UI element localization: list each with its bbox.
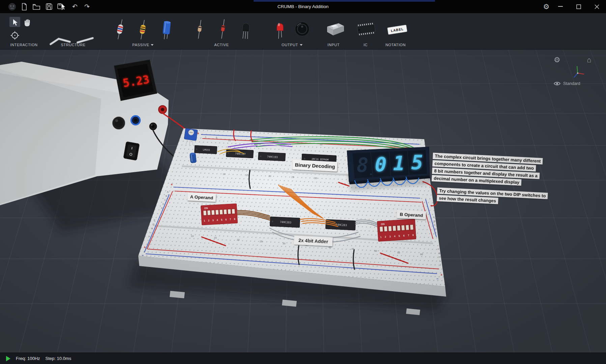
orbit-tool-button[interactable] [10, 31, 19, 40]
svg-text:30: 30 [314, 177, 317, 180]
display-digit-ones: 5 [411, 151, 423, 174]
plate-adder[interactable]: 2x 4bit Adder [294, 236, 333, 246]
svg-text:B: B [166, 194, 167, 198]
svg-text:A: A [167, 190, 169, 193]
resistor-yellow-icon[interactable] [137, 19, 148, 40]
buzzer-icon[interactable] [294, 21, 310, 37]
annotation-note-1[interactable]: The complex circuit brings together many… [432, 153, 543, 188]
svg-text:74HC193: 74HC193 [267, 155, 278, 159]
transistor-icon[interactable] [241, 19, 251, 39]
svg-text:H: H [439, 255, 440, 259]
svg-text:−: − [436, 277, 438, 281]
svg-text:LM555: LM555 [203, 149, 210, 152]
svg-text:B: B [434, 220, 435, 223]
group-label-input: INPUT [327, 43, 340, 47]
group-label-structure: STRUCTURE [61, 43, 85, 47]
svg-text:A: A [433, 216, 435, 219]
undo-button[interactable]: ↶ [70, 0, 80, 13]
open-file-button[interactable] [31, 0, 41, 13]
titlebar: CRUMB - Binary Addition ↶ ↷ ⚙ [0, 0, 606, 13]
psu-positive-jack[interactable] [158, 105, 167, 114]
group-label-active: ACTIVE [214, 43, 229, 47]
svg-text:G: G [438, 252, 440, 255]
svg-text:60: 60 [420, 253, 423, 256]
select-tool-button[interactable] [9, 17, 20, 27]
titlebar-accent [254, 0, 435, 2]
status-bar: Freq: 100Hz Step: 10.0ms [0, 353, 606, 364]
svg-text:E: E [435, 231, 437, 234]
plate-a-operand[interactable]: A Operand [187, 192, 216, 202]
svg-text:74HC283: 74HC283 [280, 220, 291, 224]
svg-text:20: 20 [268, 175, 271, 178]
play-simulation-button[interactable] [6, 356, 10, 361]
ic-74hc107[interactable]: 74HC107 [226, 149, 254, 158]
view-mode-control[interactable]: Standard [554, 81, 580, 86]
ic-74hc193[interactable]: 74HC193 [258, 152, 286, 161]
eye-icon [554, 81, 560, 86]
save-button[interactable] [44, 0, 54, 13]
dropdown-caret-icon [151, 44, 154, 46]
dropdown-caret-icon [300, 44, 302, 46]
new-file-button[interactable] [20, 0, 29, 13]
settings-gear-button[interactable]: ⚙ [541, 0, 552, 13]
svg-text:25: 25 [260, 240, 262, 243]
svg-text:+: + [144, 245, 146, 249]
svg-text:F: F [154, 219, 155, 222]
switch-icon[interactable] [326, 21, 345, 36]
svg-text:10: 10 [228, 139, 231, 142]
mouse-cursor-icon [61, 3, 67, 11]
home-view-button[interactable]: ⌂ [587, 56, 591, 64]
svg-text:5: 5 [216, 136, 217, 139]
viewport-canvas[interactable]: 5.23 [0, 50, 606, 353]
svg-text:D: D [163, 203, 165, 206]
dip-switch-b[interactable]: ON 1 2 3 4 5 6 7 8 [377, 219, 416, 242]
capacitor-icon[interactable] [162, 19, 172, 40]
svg-text:G: G [152, 223, 154, 226]
dip-b-on-label: ON [381, 222, 385, 226]
svg-text:50: 50 [374, 249, 377, 252]
close-button[interactable] [590, 0, 604, 13]
psu-negative-jack[interactable] [149, 123, 157, 130]
svg-text:15: 15 [246, 174, 248, 177]
crumb-window: CRUMB - Binary Addition ↶ ↷ ⚙ [0, 0, 606, 364]
display-digit-hundreds: 0 [375, 153, 387, 176]
led-icon[interactable] [275, 19, 285, 39]
ic-lm555[interactable]: LM555 [195, 145, 217, 154]
plate-b-operand[interactable]: B Operand [397, 210, 426, 219]
svg-text:1: 1 [205, 135, 206, 139]
scene-settings-gear-button[interactable]: ⚙ [554, 56, 560, 64]
diode-red-icon[interactable] [219, 19, 227, 39]
electrolytic-capacitor[interactable] [190, 152, 196, 163]
pan-hand-tool-button[interactable] [22, 17, 32, 27]
svg-text:I: I [439, 260, 440, 263]
svg-text:F: F [438, 248, 439, 251]
psu-current-knob[interactable] [131, 116, 140, 125]
svg-text:20: 20 [237, 238, 239, 241]
component-toolbar: INTERACTION STRUCTURE PASSIVE ACTI [0, 13, 606, 50]
svg-text:+: + [171, 182, 173, 186]
svg-text:10: 10 [223, 173, 225, 176]
resistor-icon[interactable] [114, 19, 126, 40]
frequency-readout: Freq: 100Hz [16, 356, 40, 361]
axis-gizmo[interactable] [570, 64, 585, 80]
group-label-interaction: INTERACTION [10, 43, 37, 47]
group-label-passive[interactable]: PASSIVE [132, 43, 153, 47]
svg-text:55: 55 [397, 251, 400, 254]
app-logo-icon [7, 0, 18, 13]
minimize-button[interactable] [554, 0, 567, 13]
ic-adder-1[interactable]: 74HC283 [270, 217, 300, 228]
psu-voltage-knob[interactable] [113, 117, 125, 129]
psu-power-switch[interactable] [123, 142, 140, 160]
svg-text:30: 30 [283, 242, 285, 245]
group-label-output[interactable]: OUTPUT [282, 43, 302, 47]
svg-text:+: + [440, 273, 442, 277]
label-tag-icon[interactable]: LABEL [386, 24, 409, 35]
diode-icon[interactable] [195, 19, 204, 39]
view-mode-label: Standard [563, 81, 580, 86]
svg-text:J: J [440, 263, 441, 266]
redo-button[interactable]: ↷ [82, 0, 92, 13]
maximize-button[interactable] [572, 0, 585, 13]
seven-segment-display[interactable]: 8 0 1 5 [347, 147, 430, 184]
dip-switch-a[interactable]: ON 1 2 3 4 5 6 7 8 [201, 204, 237, 225]
dip-chip-icon[interactable] [356, 22, 377, 36]
